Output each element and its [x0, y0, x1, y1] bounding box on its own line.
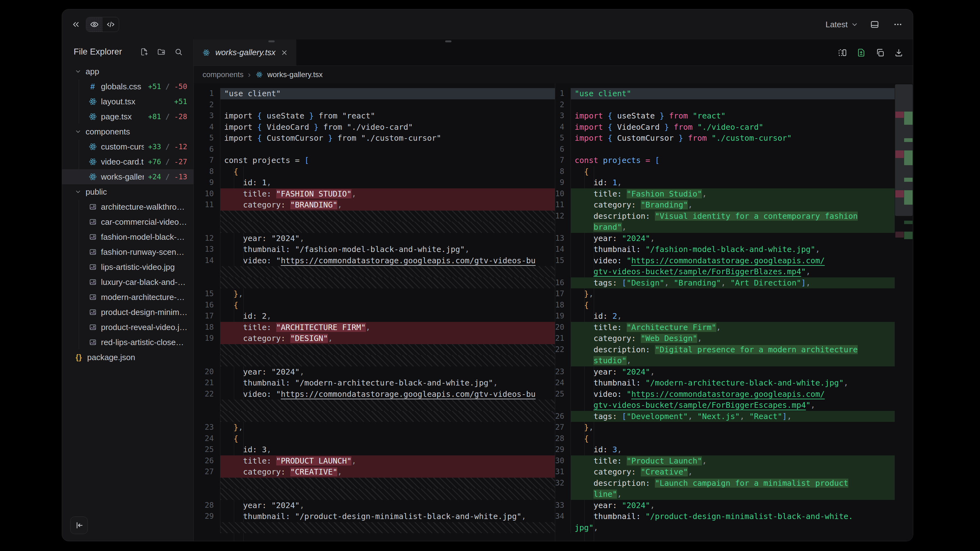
version-dropdown[interactable]: Latest	[826, 20, 858, 29]
line-number: 16	[555, 277, 571, 289]
breadcrumb-folder[interactable]: components	[202, 70, 243, 79]
file-item-package.json[interactable]: {}package.json	[62, 350, 193, 365]
file-item-product-reveal-video.j[interactable]: product-reveal-video.j…	[62, 320, 193, 335]
code-row: 27 category: "CREATIVE",	[194, 466, 555, 478]
minimap-added-mark	[904, 178, 913, 182]
close-tab-icon[interactable]	[281, 49, 288, 56]
line-number: 10	[555, 188, 571, 200]
file-item-car-commercial-video[interactable]: car-commercial-video…	[62, 214, 193, 229]
json-file-icon: {}	[75, 353, 83, 362]
line-number: 25	[555, 389, 571, 400]
line-number: 21	[555, 333, 571, 344]
file-item-red-lips-artistic-close[interactable]: red-lips-artistic-close…	[62, 335, 193, 350]
file-item-page.tsx[interactable]: page.tsx+81 / -28	[62, 109, 193, 124]
code-row: 13 year: "2024",	[555, 233, 895, 244]
file-item-luxury-car-black-and-[interactable]: luxury-car-black-and-…	[62, 275, 193, 290]
line-number: 13	[194, 244, 220, 255]
code-row: brand",	[555, 222, 895, 233]
preview-toggle-button[interactable]	[86, 17, 102, 32]
more-options-button[interactable]	[891, 17, 905, 31]
folder-item-app[interactable]: app	[62, 64, 193, 79]
file-item-custom-curs[interactable]: custom-curs…+33 / -12	[62, 139, 193, 154]
new-folder-button[interactable]	[157, 48, 165, 56]
file-label: car-commercial-video…	[101, 217, 187, 227]
breadcrumb-file[interactable]: works-gallery.tsx	[267, 70, 323, 79]
folder-item-public[interactable]: public	[62, 184, 193, 199]
code-row: 22 video: "https://commondatastorage.goo…	[194, 389, 555, 400]
code-row: gtv-videos-bucket/sample/ForBiggerBlazes…	[555, 266, 895, 277]
code-row: 31 category: "Creative",	[555, 466, 895, 478]
code-row: 9 id: 1,	[555, 177, 895, 188]
code-row: 3import { useState } from "react"	[194, 110, 555, 122]
file-item-fashion-runway-scen[interactable]: fashion-runway-scen…	[62, 245, 193, 259]
code-row: 9 id: 1,	[194, 177, 555, 188]
chevrons-left-icon	[71, 20, 81, 29]
react-icon	[88, 173, 97, 181]
file-item-fashion-model-black-[interactable]: fashion-model-black-…	[62, 229, 193, 245]
split-view-button[interactable]	[837, 47, 848, 58]
file-label: works-galler…	[101, 172, 144, 182]
line-number: 12	[194, 233, 220, 244]
line-number: 18	[194, 322, 220, 333]
code-row: 24 thumbnail: "/modern-architecture-blac…	[555, 377, 895, 389]
folder-item-components[interactable]: components	[62, 124, 193, 139]
code-row: 7const projects = [	[555, 155, 895, 166]
search-button[interactable]	[174, 48, 183, 56]
file-tree: app#globals.css+51 / -50layout.tsx+51pag…	[62, 64, 193, 365]
download-button[interactable]	[894, 47, 904, 58]
code-row: 4import { VideoCard } from "./video-card…	[555, 122, 895, 133]
pane-resize-handle[interactable]	[445, 40, 452, 42]
chevron-down-icon	[75, 68, 81, 75]
line-number: 6	[555, 144, 571, 155]
code-row: 16 tags: ["Design", "Branding", "Art Dir…	[555, 277, 895, 289]
image-file-icon	[88, 203, 97, 211]
line-number: 19	[555, 311, 571, 322]
file-item-globals.css[interactable]: #globals.css+51 / -50	[62, 79, 193, 94]
line-number	[194, 522, 220, 534]
code-row: 3import { useState } from "react"	[555, 110, 895, 122]
line-number: 25	[194, 444, 220, 456]
react-icon	[88, 143, 97, 151]
tab-works-gallery[interactable]: works-gallery.tsx	[194, 40, 296, 65]
version-label: Latest	[826, 20, 848, 29]
collapse-sidebar-button[interactable]	[70, 516, 88, 534]
collapse-panel-button[interactable]	[69, 17, 83, 31]
code-row: 26 tags: ["Development", "Next.js", "Rea…	[555, 411, 895, 422]
file-label: lips-artistic-video.jpg	[101, 262, 175, 272]
minimap-added-mark	[904, 232, 913, 239]
diff-minimap[interactable]	[895, 83, 913, 541]
code-row: 23 },	[194, 422, 555, 433]
copy-button[interactable]	[875, 47, 885, 58]
code-row: 10 title: "Fashion Studio",	[555, 188, 895, 200]
view-toggle	[86, 17, 119, 32]
collapse-left-icon	[74, 521, 84, 530]
file-item-modern-architecture-[interactable]: modern-architecture-…	[62, 290, 193, 305]
layout-panel-button[interactable]	[868, 17, 881, 31]
line-number: 24	[555, 377, 571, 389]
line-number: 27	[555, 422, 571, 433]
file-item-lips-artistic-video.jpg[interactable]: lips-artistic-video.jpg	[62, 259, 193, 275]
diff-filler-row	[194, 522, 555, 534]
file-item-architecture-walkthro[interactable]: architecture-walkthro…	[62, 199, 193, 214]
file-explorer-title: File Explorer	[74, 47, 122, 57]
app-header: Latest	[62, 10, 913, 40]
pane-resize-handle[interactable]	[268, 40, 275, 42]
line-number: 20	[194, 367, 220, 378]
file-item-works-galler[interactable]: works-galler…+24 / -13	[62, 169, 193, 184]
line-number: 32	[555, 478, 571, 489]
code-row: 34 thumbnail: "/product-design-minimalis…	[555, 511, 895, 522]
code-row: 33 year: "2024",	[555, 500, 895, 511]
image-file-icon	[88, 338, 97, 347]
line-number: 14	[194, 255, 220, 267]
file-item-layout.tsx[interactable]: layout.tsx+51	[62, 94, 193, 109]
file-item-video-card.tsx[interactable]: video-card.tsx+76 / -27	[62, 154, 193, 169]
line-number: 11	[555, 199, 571, 211]
file-item-product-design-minim[interactable]: product-design-minim…	[62, 305, 193, 320]
code-row: 32 description: "Launch campaign for a m…	[555, 478, 895, 489]
diff-view-button[interactable]	[856, 47, 867, 58]
new-file-button[interactable]	[140, 48, 148, 56]
code-toggle-button[interactable]	[102, 17, 119, 32]
line-number: 21	[194, 377, 220, 389]
file-label: architecture-walkthro…	[101, 202, 185, 212]
file-label: modern-architecture-…	[101, 292, 185, 302]
